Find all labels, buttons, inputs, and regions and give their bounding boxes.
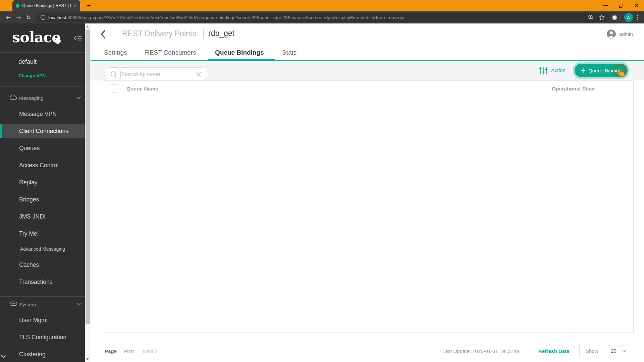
address-bar[interactable]: localhost:8080/#/msg-vpns/ZGVmYXVsdA==/c… <box>36 13 609 22</box>
select-all-checkbox[interactable] <box>110 84 118 93</box>
minimize-icon <box>603 5 608 6</box>
chevron-down-icon <box>622 350 626 352</box>
sidebar-item-advanced-messaging[interactable]: Advanced Messaging <box>0 244 85 254</box>
footer-divider <box>579 344 580 358</box>
hand-cursor-icon <box>616 68 626 78</box>
solace-favicon-icon <box>16 4 19 8</box>
sidebar-item-client-connections[interactable]: Client Connections <box>0 124 85 138</box>
browser-profile-avatar[interactable]: A <box>624 13 633 22</box>
sidebar-divider <box>0 52 85 53</box>
search-box[interactable] <box>104 67 207 81</box>
sidebar-item-replay[interactable]: Replay <box>0 176 85 189</box>
column-queue-name: Queue Name <box>126 86 158 92</box>
url-text: localhost:8080/#/msg-vpns/ZGVmYXVsdA==/c… <box>48 15 588 20</box>
tab-stats[interactable]: Stats <box>282 49 297 56</box>
action-button[interactable]: Action <box>539 66 572 76</box>
show-label: Show <box>586 348 598 354</box>
browser-titlebar: Queue Bindings | REST | Client Co ✕ + ✕ <box>0 0 644 11</box>
sidebar-divider <box>0 86 85 87</box>
search-icon <box>110 71 117 78</box>
tab-bar: Settings REST Consumers Queue Bindings S… <box>91 45 644 61</box>
browser-tab-title: Queue Bindings | REST | Client Co <box>22 3 71 8</box>
sidebar-item-transactions[interactable]: Transactions <box>0 275 85 289</box>
scrollbar-thumb[interactable] <box>86 29 90 324</box>
column-operational-state: Operational State <box>552 86 595 92</box>
page-size-value: 20 <box>611 348 616 354</box>
refresh-data-link[interactable]: Refresh Data <box>538 348 570 354</box>
back-button[interactable] <box>100 29 107 40</box>
queue-bindings-table: Queue Name Operational State <box>103 80 634 333</box>
breadcrumb[interactable]: REST Delivery Points <box>122 29 196 38</box>
main-content: REST Delivery Points rdp_get admin Setti… <box>91 23 644 362</box>
toolbar-divider <box>621 14 621 20</box>
last-update-text: Last Update: 2020-01-31 19:51:49 <box>442 348 519 354</box>
tab-close-icon[interactable]: ✕ <box>73 3 77 8</box>
sidebar-item-clustering[interactable]: Clustering <box>0 348 85 361</box>
bookmark-star-icon[interactable] <box>599 14 605 20</box>
change-vpn-link[interactable]: Change VPN <box>18 73 46 78</box>
sidebar-section-messaging[interactable]: Messaging <box>0 93 85 103</box>
sidebar-item-access-control[interactable]: Access Control <box>0 159 85 172</box>
next-page-button[interactable]: Next <box>143 348 157 354</box>
page-size-select[interactable]: 20 <box>608 346 629 356</box>
sidebar-item-user-mgmt[interactable]: User Mgmt <box>0 313 85 327</box>
page-title: rdp_get <box>208 29 234 38</box>
zoom-page-icon[interactable] <box>588 14 594 20</box>
search-input[interactable] <box>121 69 193 80</box>
sidebar-item-try-me[interactable]: Try Me! <box>0 227 85 240</box>
sidebar-item-caches[interactable]: Caches <box>0 258 85 272</box>
browser-menu-icon[interactable] <box>637 15 638 20</box>
sidebar-item-jms-jndi[interactable]: JMS JNDI <box>0 210 85 223</box>
sidebar-scroll-down-icon[interactable] <box>1 355 6 358</box>
system-chip-icon <box>9 301 17 306</box>
clear-search-icon[interactable] <box>196 71 202 77</box>
first-page-button[interactable]: First <box>124 348 134 354</box>
plus-icon <box>581 68 586 73</box>
chevron-down-icon <box>76 303 81 305</box>
header-divider <box>599 26 599 42</box>
solace-logo: solace <box>12 29 61 46</box>
page-label: Page <box>105 348 117 354</box>
action-label: Action <box>551 67 566 73</box>
tab-queue-bindings[interactable]: Queue Bindings <box>215 49 264 56</box>
scrollbar-down-arrow[interactable] <box>86 358 89 360</box>
extension-orb-icon[interactable] <box>612 15 617 20</box>
header-divider <box>114 28 114 41</box>
sidebar-item-tls-configuration[interactable]: TLS Configuration <box>0 330 85 344</box>
title-divider <box>203 29 204 39</box>
user-name[interactable]: admin <box>619 31 633 37</box>
restore-icon <box>619 4 623 8</box>
tab-settings[interactable]: Settings <box>104 49 127 56</box>
text-caret <box>120 71 120 78</box>
user-avatar-icon[interactable] <box>607 29 616 39</box>
sidebar: solace default Change VPN Messaging Mess… <box>0 23 85 362</box>
window-minimize-button[interactable] <box>598 0 613 11</box>
sidebar-item-message-vpn[interactable]: Message VPN <box>0 107 85 121</box>
back-icon[interactable]: ← <box>3 14 13 21</box>
window-close-button[interactable]: ✕ <box>629 0 644 11</box>
tab-rest-consumers[interactable]: REST Consumers <box>145 49 196 56</box>
action-sliders-icon <box>539 66 548 75</box>
browser-toolbar: ← → ↻ localhost:8080/#/msg-vpns/ZGVmYXVs… <box>0 11 644 23</box>
sidebar-item-queues[interactable]: Queues <box>0 141 85 155</box>
chevron-right-icon <box>155 349 157 353</box>
pagination-footer: Page First Next Last Update: 2020-01-31 … <box>91 333 644 362</box>
forward-icon[interactable]: → <box>13 14 23 21</box>
sidebar-collapse-icon[interactable] <box>74 35 82 42</box>
sidebar-divider <box>0 296 85 297</box>
chevron-down-icon <box>76 96 81 99</box>
vpn-name: default <box>18 58 37 65</box>
new-tab-button[interactable]: + <box>85 1 93 10</box>
cloud-icon <box>9 95 17 100</box>
reload-icon[interactable]: ↻ <box>23 14 34 21</box>
sidebar-section-system[interactable]: System <box>0 300 85 310</box>
scrollbar-up-arrow[interactable] <box>86 25 89 27</box>
close-icon: ✕ <box>634 3 639 9</box>
info-icon[interactable] <box>40 15 46 20</box>
sidebar-item-bridges[interactable]: Bridges <box>0 193 85 206</box>
solace-logo-dot <box>55 38 61 44</box>
browser-tab[interactable]: Queue Bindings | REST | Client Co ✕ <box>12 0 80 11</box>
sidebar-scrollbar[interactable] <box>85 23 91 362</box>
window-restore-button[interactable] <box>613 0 629 11</box>
table-header-row: Queue Name Operational State <box>103 81 633 96</box>
